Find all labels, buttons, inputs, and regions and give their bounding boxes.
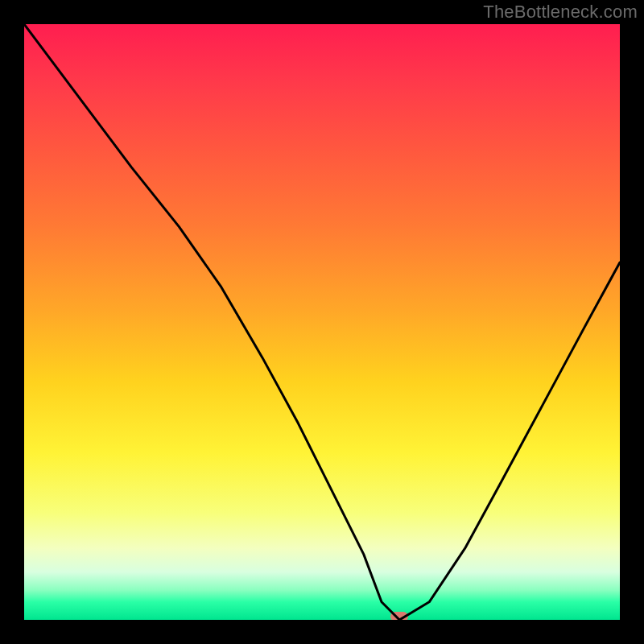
watermark-text: TheBottleneck.com bbox=[483, 2, 638, 23]
chart-frame: TheBottleneck.com bbox=[0, 0, 644, 644]
plot-area bbox=[24, 24, 620, 620]
bottleneck-curve bbox=[24, 24, 620, 620]
curve-path bbox=[24, 24, 620, 620]
